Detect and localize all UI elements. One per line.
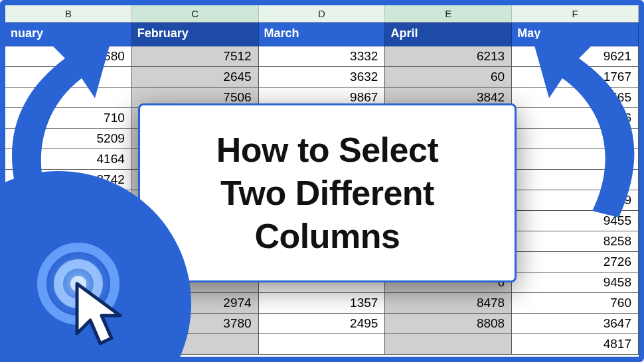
cell[interactable]: 6213 xyxy=(385,46,512,67)
card-line-1: How to Select xyxy=(216,129,438,172)
cell[interactable] xyxy=(5,88,132,108)
cell[interactable]: 2645 xyxy=(132,67,259,88)
cell[interactable]: 2495 xyxy=(259,314,386,334)
cell[interactable] xyxy=(5,67,132,88)
cell[interactable]: 8478 xyxy=(385,293,512,314)
month-january[interactable]: nuary xyxy=(5,23,132,46)
cell[interactable]: 8710 xyxy=(512,129,639,149)
cell[interactable]: 3647 xyxy=(512,314,639,334)
title-card: How to Select Two Different Columns xyxy=(138,103,517,282)
cell[interactable]: 3332 xyxy=(259,46,386,67)
cell[interactable]: 2726 xyxy=(512,252,639,272)
column-header-c[interactable]: C xyxy=(132,5,259,22)
column-header-d[interactable]: D xyxy=(259,5,386,22)
column-letter-row: B C D E F xyxy=(5,5,639,23)
cell[interactable]: 60 xyxy=(385,67,512,88)
cell[interactable]: 8808 xyxy=(385,314,512,334)
month-may[interactable]: May xyxy=(512,23,639,46)
month-february[interactable]: February xyxy=(132,23,259,46)
card-line-3: Columns xyxy=(255,215,400,258)
cell[interactable]: 710 xyxy=(5,108,132,129)
cell[interactable] xyxy=(385,334,512,355)
cell[interactable]: 412 xyxy=(512,149,639,170)
cell[interactable]: 9565 xyxy=(512,88,639,108)
cell[interactable]: 8281 xyxy=(512,170,639,190)
cell[interactable]: 9455 xyxy=(512,211,639,231)
thumbnail-frame: B C D E F nuary February March April May… xyxy=(0,0,644,362)
cell[interactable]: 1767 xyxy=(512,67,639,88)
pointer-cursor-icon xyxy=(64,277,137,350)
cell[interactable]: 4817 xyxy=(512,334,639,355)
cell[interactable]: 7346 xyxy=(512,108,639,129)
cell[interactable] xyxy=(259,334,386,355)
cell[interactable]: 9458 xyxy=(512,272,639,293)
column-header-f[interactable]: F xyxy=(512,5,639,22)
cell[interactable]: 7512 xyxy=(132,46,259,67)
cell[interactable]: 1357 xyxy=(259,293,386,314)
cell[interactable]: 9621 xyxy=(512,46,639,67)
month-april[interactable]: April xyxy=(385,23,512,46)
table-row: 26807512333262139621 xyxy=(5,46,639,67)
cell[interactable]: 4164 xyxy=(5,149,132,170)
cell[interactable]: 8258 xyxy=(512,231,639,252)
cell[interactable]: 2680 xyxy=(5,46,132,67)
column-header-e[interactable]: E xyxy=(385,5,512,22)
cell[interactable]: 2829 xyxy=(512,190,639,211)
card-line-2: Two Different xyxy=(220,172,434,215)
month-march[interactable]: March xyxy=(259,23,386,46)
column-header-b[interactable]: B xyxy=(5,5,132,22)
cell[interactable]: 3632 xyxy=(259,67,386,88)
cell[interactable]: 5209 xyxy=(5,129,132,149)
month-header-row: nuary February March April May xyxy=(5,23,639,46)
table-row: 26453632601767 xyxy=(5,67,639,88)
cell[interactable]: 760 xyxy=(512,293,639,314)
